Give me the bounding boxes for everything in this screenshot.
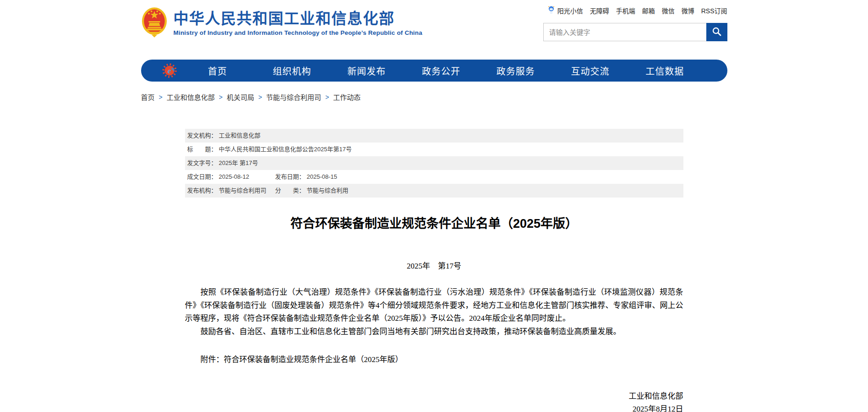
accessibility-link[interactable]: 无障碍 [590,6,609,15]
mobile-link[interactable]: 手机端 [616,6,635,15]
article-paragraph: 按照《环保装备制造行业（大气治理）规范条件》《环保装备制造行业（污水治理）规范条… [185,286,683,325]
mail-link[interactable]: 邮箱 [642,6,655,15]
breadcrumb-item-miit[interactable]: 工业和信息化部 [167,92,215,102]
breadcrumb-item-home[interactable]: 首页 [141,92,155,102]
sunshine-assistant-link[interactable]: 阳光小信 [547,5,583,16]
article-paragraph: 鼓励各省、自治区、直辖市工业和信息化主管部门会同当地有关部门研究出台支持政策，推… [185,325,683,339]
weibo-link[interactable]: 微博 [682,6,694,15]
signature-date: 2025年8月12日 [185,403,683,412]
breadcrumb-separator: > [219,93,223,101]
meta-row-publisher-category: 发布机构： 节能与综合利用司 分 类： 节能与综合利用 [185,184,683,198]
nav-item-organization[interactable]: 组织机构 [255,64,329,77]
brand-text: 中华人民共和国工业和信息化部 Ministry of Industry and … [174,11,422,36]
breadcrumb-separator: > [325,93,329,101]
signature-agency: 工业和信息化部 [185,390,683,403]
attachment-line: 附件：符合环保装备制造业规范条件企业名单（2025年版） [185,353,683,364]
utility-links: 阳光小信 无障碍 手机端 邮箱 微信 微博 RSS订阅 [547,5,727,16]
nav-item-gov-services[interactable]: 政务服务 [478,64,553,77]
article-body: 按照《环保装备制造行业（大气治理）规范条件》《环保装备制造行业（污水治理）规范条… [185,286,683,338]
robot-assistant-icon [547,5,555,16]
meta-row-title: 标 题： 中华人民共和国工业和信息化部公告2025年第17号 [185,143,683,156]
wechat-link[interactable]: 微信 [662,6,675,15]
breadcrumb-item-departments[interactable]: 机关司局 [227,92,254,102]
site-header: 中华人民共和国工业和信息化部 Ministry of Industry and … [141,0,727,50]
national-emblem-icon [141,6,168,40]
breadcrumb-separator: > [159,93,163,101]
search-button[interactable] [706,23,727,41]
search-input[interactable] [543,23,706,41]
miit-gear-logo-icon: e [162,63,178,78]
breadcrumb: 首页 > 工业和信息化部 > 机关司局 > 节能与综合利用司 > 工作动态 [141,92,727,102]
breadcrumb-separator: > [258,93,262,101]
page: 中华人民共和国工业和信息化部 Ministry of Industry and … [0,0,868,412]
breadcrumb-item-energy-dept[interactable]: 节能与综合利用司 [266,92,321,102]
search-icon [712,27,722,38]
search-bar [543,23,727,41]
nav-item-news[interactable]: 新闻发布 [329,64,404,77]
nav-item-miit-data[interactable]: 工信数据 [628,64,702,77]
meta-row-dates: 成文日期： 2025-08-12 发布日期： 2025-08-15 [185,170,683,184]
nav-item-gov-disclosure[interactable]: 政务公开 [404,64,479,77]
article-title: 符合环保装备制造业规范条件企业名单（2025年版） [185,215,683,232]
announcement-number: 2025年 第17号 [185,259,683,271]
site-brand-link[interactable]: 中华人民共和国工业和信息化部 Ministry of Industry and … [141,5,422,40]
nav-item-interaction[interactable]: 互动交流 [553,64,628,77]
meta-row-doc-number: 发文字号： 2025年 第17号 [185,156,683,170]
header-right: 阳光小信 无障碍 手机端 邮箱 微信 微博 RSS订阅 [543,5,727,41]
site-title-en: Ministry of Industry and Information Tec… [174,29,422,36]
svg-text:e: e [167,66,171,75]
breadcrumb-item-work-updates[interactable]: 工作动态 [333,92,360,102]
document-area: 发文机构： 工业和信息化部 标 题： 中华人民共和国工业和信息化部公告2025年… [185,129,683,412]
main-nav: e 首页 组织机构 新闻发布 政务公开 政务服务 互动交流 工信数据 [141,60,727,82]
rss-link[interactable]: RSS订阅 [701,6,727,15]
nav-list: 首页 组织机构 新闻发布 政务公开 政务服务 互动交流 工信数据 [180,64,727,77]
signature-block: 工业和信息化部 2025年8月12日 [185,390,683,412]
nav-item-home[interactable]: 首页 [180,64,255,77]
site-title-cn: 中华人民共和国工业和信息化部 [174,11,422,27]
meta-row-issuing-agency: 发文机构： 工业和信息化部 [185,129,683,143]
document-meta-table: 发文机构： 工业和信息化部 标 题： 中华人民共和国工业和信息化部公告2025年… [185,129,683,198]
